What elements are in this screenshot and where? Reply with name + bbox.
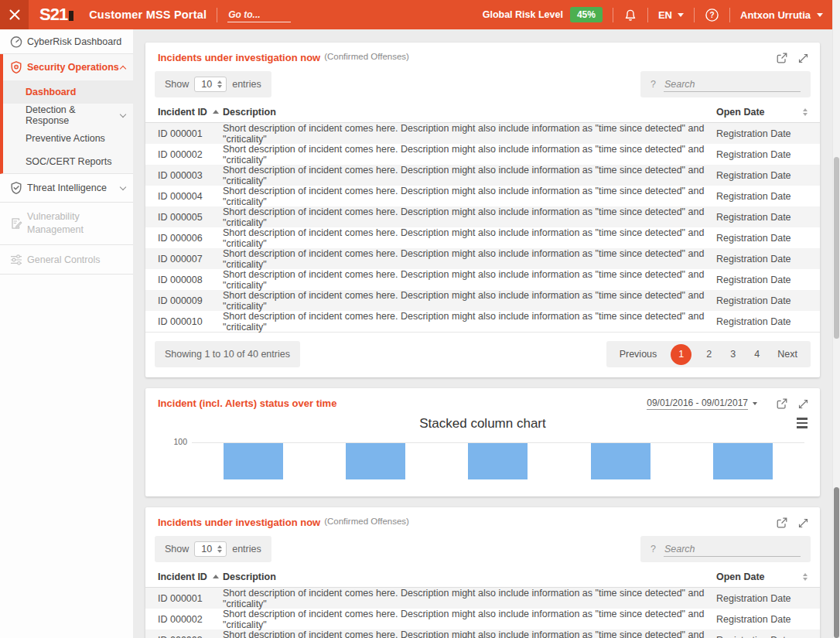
chart-menu-button[interactable] [797,418,808,428]
export-button[interactable] [776,52,788,64]
menu-close-button[interactable] [0,0,29,29]
incident-id-cell: ID 000004 [158,191,223,202]
close-icon [9,9,21,21]
sort-asc-icon [213,110,219,114]
page-number-button[interactable]: 3 [721,344,745,365]
incident-open-date-cell: Registration Date [716,635,808,638]
pagination: Previous 1 2 3 4 Next [606,341,811,367]
entries-label: entries [232,544,261,554]
sidebar: CyberRisk Dashboard Security Operations … [0,29,133,638]
incidents-card-top: Incidents under investigation now (Confi… [145,43,820,377]
incident-row[interactable]: ID 000003 Short description of incident … [145,629,820,638]
goto-input[interactable] [227,8,291,22]
export-button[interactable] [776,517,788,529]
incident-description-cell: Short description of incident comes here… [223,311,716,333]
expand-button[interactable] [797,53,809,64]
sidebar-item-label: Preventive Actions [26,133,105,144]
incident-open-date-cell: Registration Date [716,170,808,181]
user-name: Antxon Urrutia [740,9,811,21]
table-header: Incident ID Description Open Date [145,566,820,588]
scrollbar-thumb-secondary[interactable] [834,487,839,638]
main-content: Incidents under investigation now (Confi… [133,29,832,638]
previous-page-button[interactable]: Previous [611,349,666,360]
sidebar-item-soc-cert-reports[interactable]: SOC/CERT Reports [3,150,133,173]
hamburger-icon [797,418,808,420]
column-header-open-date[interactable]: Open Date [716,107,808,118]
sidebar-item-vulnerability-management[interactable]: Vulnerability Management [0,203,133,245]
bar-series [192,443,804,479]
search-input[interactable] [664,542,801,557]
incidents-card-bottom: Incidents under investigation now (Confi… [145,507,820,638]
sidebar-item-preventive-actions[interactable]: Preventive Actions [3,127,133,150]
incident-row[interactable]: ID 000001 Short description of incident … [145,123,820,144]
sidebar-item-general-controls[interactable]: General Controls [0,245,133,275]
incident-open-date-cell: Registration Date [716,254,808,264]
incident-row[interactable]: ID 000002 Short description of incident … [145,609,820,629]
chevron-down-icon [120,183,126,189]
chart-bar[interactable] [346,443,405,479]
sidebar-item-threat-intelligence[interactable]: Threat Intelligence [0,174,133,203]
page-scrollbar[interactable] [832,0,840,638]
incident-row[interactable]: ID 000007 Short description of incident … [145,248,820,269]
incident-row[interactable]: ID 000008 Short description of incident … [145,269,820,290]
sidebar-item-label: Security Operations [27,62,119,73]
column-header-open-date[interactable]: Open Date [716,571,808,582]
export-icon [776,52,788,64]
shield-gear-icon [9,60,23,74]
incident-open-date-cell: Registration Date [716,149,808,160]
search-input[interactable] [664,77,801,92]
brand-logo[interactable]: S21 [39,7,73,22]
show-label: Show [165,544,189,554]
page-number-button[interactable]: 2 [697,344,721,365]
incident-row[interactable]: ID 000010 Short description of incident … [145,311,820,332]
expand-button[interactable] [797,398,809,410]
language-selector[interactable]: EN [658,9,684,21]
column-header-incident-id[interactable]: Incident ID [158,571,223,582]
scrollbar-thumb[interactable] [834,157,839,339]
incident-description-cell: Short description of incident comes here… [223,588,716,609]
incident-row[interactable]: ID 000006 Short description of incident … [145,227,820,248]
divider [217,8,217,22]
stepper-icon [217,545,222,553]
chart-bar[interactable] [468,443,528,479]
chart-plot-area: 100 [192,442,804,479]
incident-description-cell: Short description of incident comes here… [223,629,716,638]
divider [729,8,730,22]
chart-bar[interactable] [713,443,773,479]
incident-row[interactable]: ID 000002 Short description of incident … [145,144,820,165]
sidebar-item-detection-response[interactable]: Detection & Response [3,104,133,127]
page-length-select[interactable]: 10 [194,77,227,92]
incident-row[interactable]: ID 000003 Short description of incident … [145,165,820,186]
divider [613,8,613,22]
incident-row[interactable]: ID 000004 Short description of incident … [145,186,820,206]
notifications-button[interactable] [623,8,637,22]
incident-open-date-cell: Registration Date [716,593,808,604]
expand-button[interactable] [797,517,809,529]
incident-row[interactable]: ID 000005 Short description of incident … [145,206,820,227]
column-header-description[interactable]: Description [223,571,716,582]
date-range-value: 09/01/2016 - 09/01/2017 [647,397,748,410]
sidebar-item-label: Detection & Response [26,104,121,126]
sidebar-item-dashboard[interactable]: Dashboard [3,80,133,104]
export-button[interactable] [776,397,788,410]
sidebar-item-security-operations[interactable]: Security Operations [3,54,133,80]
chart-bar[interactable] [591,443,650,479]
incident-row[interactable]: ID 000009 Short description of incident … [145,290,820,311]
date-range-selector[interactable]: 09/01/2016 - 09/01/2017 [647,397,757,410]
page-length-select[interactable]: 10 [194,541,227,557]
column-header-incident-id[interactable]: Incident ID [158,107,223,118]
next-page-button[interactable]: Next [769,349,806,360]
help-button[interactable]: ? [705,8,719,22]
page-number-button[interactable]: 1 [671,344,691,365]
incident-description-cell: Short description of incident comes here… [223,186,716,207]
chart-bar[interactable] [224,443,283,479]
sidebar-item-label: CyberRisk Dashboard [27,36,121,47]
incident-row[interactable]: ID 000001 Short description of incident … [145,588,820,609]
divider [694,8,695,22]
incident-description-cell: Short description of incident comes here… [223,227,716,249]
sidebar-item-cyberrisk-dashboard[interactable]: CyberRisk Dashboard [0,29,133,54]
column-header-description[interactable]: Description [223,107,716,118]
chevron-up-icon [120,65,126,71]
page-number-button[interactable]: 4 [745,344,769,365]
user-menu[interactable]: Antxon Urrutia [740,9,823,21]
